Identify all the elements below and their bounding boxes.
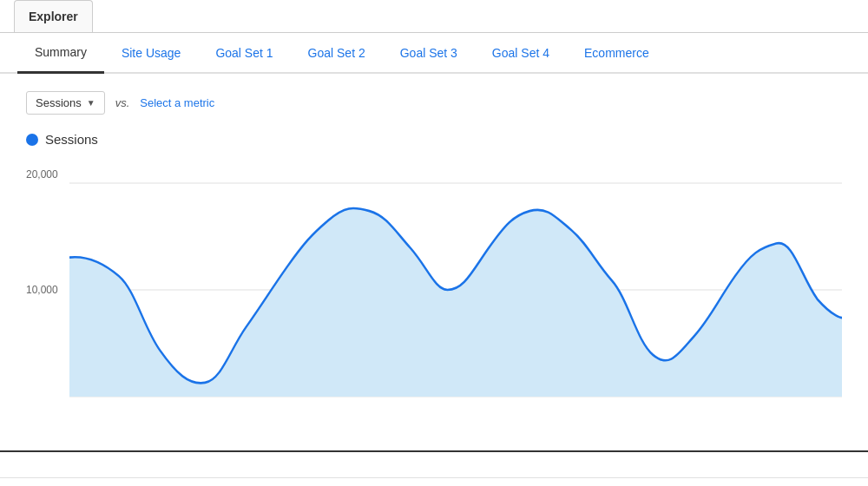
chart-container: 20,000 10,000: [26, 155, 842, 424]
tab-goal-set-2[interactable]: Goal Set 2: [291, 34, 383, 72]
tab-goal-set-3[interactable]: Goal Set 3: [383, 34, 475, 72]
content-area: Sessions ▼ vs. Select a metric Sessions …: [0, 74, 868, 442]
metric-selector-row: Sessions ▼ vs. Select a metric: [26, 91, 842, 115]
chart-svg: [69, 155, 842, 424]
primary-metric-label: Sessions: [36, 96, 82, 109]
tab-goal-set-1[interactable]: Goal Set 1: [198, 34, 290, 72]
primary-metric-dropdown[interactable]: Sessions ▼: [26, 91, 105, 115]
explorer-tab-bar: Explorer: [0, 0, 868, 33]
tab-summary[interactable]: Summary: [17, 33, 104, 74]
dropdown-arrow-icon: ▼: [87, 98, 95, 108]
nav-tabs: Summary Site Usage Goal Set 1 Goal Set 2…: [0, 33, 868, 74]
explorer-tab[interactable]: Explorer: [14, 0, 93, 32]
tab-ecommerce[interactable]: Ecommerce: [567, 34, 667, 72]
select-metric-link[interactable]: Select a metric: [140, 96, 214, 109]
legend-row: Sessions: [26, 132, 842, 147]
y-label-10000: 10,000: [26, 284, 58, 296]
y-label-20000: 20,000: [26, 168, 58, 181]
tab-site-usage[interactable]: Site Usage: [104, 34, 198, 72]
tab-goal-set-4[interactable]: Goal Set 4: [475, 34, 567, 72]
sessions-legend-dot: [26, 134, 38, 146]
bottom-spacer: [0, 452, 868, 478]
vs-label: vs.: [115, 96, 130, 109]
sessions-legend-label: Sessions: [45, 132, 98, 147]
